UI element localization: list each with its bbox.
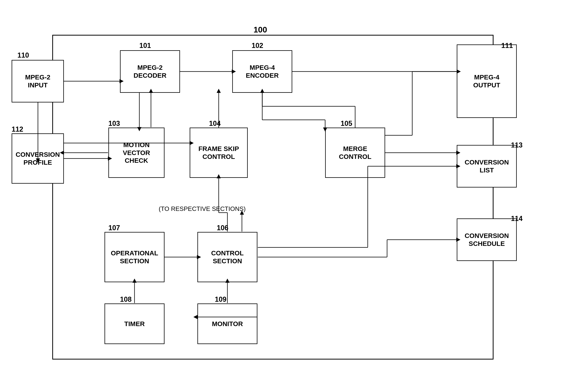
- block-mpeg2-input-label: MPEG-2INPUT: [25, 73, 50, 89]
- label-113: 113: [511, 141, 523, 149]
- note-to-respective-sections: (TO RESPECTIVE SECTIONS): [159, 205, 246, 212]
- label-104: 104: [209, 119, 221, 128]
- block-timer-label: TIMER: [124, 320, 145, 328]
- block-monitor-label: MONITOR: [212, 320, 243, 328]
- block-mpeg4-encoder: MPEG-4ENCODER: [232, 50, 292, 93]
- block-control-section-label: CONTROLSECTION: [211, 249, 244, 265]
- diagram: 100 MPEG-2INPUT 110 MPEG-2DECODER 101 MP…: [0, 0, 575, 392]
- block-conversion-profile: CONVERSIONPROFILE: [12, 133, 64, 184]
- block-motion-vector-check: MOTIONVECTORCHECK: [108, 128, 165, 178]
- block-frame-skip-control-label: FRAME SKIPCONTROL: [198, 145, 239, 161]
- block-motion-vector-check-label: MOTIONVECTORCHECK: [123, 141, 150, 165]
- block-conversion-list-label: CONVERSIONLIST: [465, 158, 509, 174]
- label-111: 111: [501, 42, 513, 50]
- label-114: 114: [511, 215, 523, 223]
- block-operational-section-label: OPERATIONALSECTION: [111, 249, 158, 265]
- block-timer: TIMER: [104, 304, 165, 344]
- label-102: 102: [252, 42, 263, 50]
- label-108: 108: [120, 295, 132, 304]
- block-conversion-profile-label: CONVERSIONPROFILE: [16, 151, 60, 166]
- label-103: 103: [108, 119, 120, 128]
- label-105: 105: [341, 119, 352, 128]
- block-mpeg4-output-label: MPEG-4OUTPUT: [473, 73, 500, 89]
- label-107: 107: [108, 224, 120, 232]
- label-106: 106: [217, 224, 228, 232]
- block-mpeg2-decoder: MPEG-2DECODER: [120, 50, 180, 93]
- block-merge-control-label: MERGECONTROL: [339, 145, 371, 161]
- label-110: 110: [17, 51, 29, 59]
- block-mpeg4-encoder-label: MPEG-4ENCODER: [246, 64, 279, 79]
- block-conversion-list: CONVERSIONLIST: [457, 145, 517, 188]
- label-100: 100: [254, 25, 267, 34]
- block-control-section: CONTROLSECTION: [197, 232, 257, 282]
- block-merge-control: MERGECONTROL: [325, 128, 385, 178]
- block-monitor: MONITOR: [197, 304, 257, 344]
- block-conversion-schedule: CONVERSIONSCHEDULE: [457, 218, 517, 261]
- block-mpeg2-decoder-label: MPEG-2DECODER: [134, 64, 167, 79]
- label-109: 109: [215, 295, 226, 304]
- label-112: 112: [12, 125, 23, 133]
- block-operational-section: OPERATIONALSECTION: [104, 232, 165, 282]
- block-conversion-schedule-label: CONVERSIONSCHEDULE: [465, 232, 509, 248]
- label-101: 101: [139, 42, 151, 50]
- block-mpeg4-output: MPEG-4OUTPUT: [457, 44, 517, 118]
- block-mpeg2-input: MPEG-2INPUT: [12, 60, 64, 102]
- block-frame-skip-control: FRAME SKIPCONTROL: [190, 128, 248, 178]
